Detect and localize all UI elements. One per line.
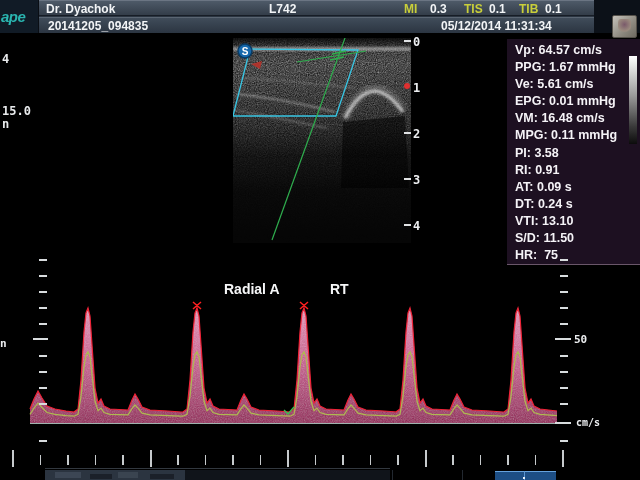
measure-ri: RI: 0.91 [515, 162, 640, 179]
time-tick-minor [232, 455, 234, 465]
measurement-panel: Vp: 64.57 cm/s PPG: 1.67 mmHg Ve: 5.61 c… [507, 39, 640, 265]
bottom-divider [45, 468, 390, 469]
header-bar: Dr. Dyachok L742 MI 0.3 TIS 0.1 TIB 0.1 … [38, 0, 594, 33]
toolbar-item [150, 474, 174, 479]
vel-tick-right [560, 275, 568, 277]
depth-label-0: 0 [413, 35, 420, 49]
probe-name: L742 [269, 2, 296, 16]
thumbnail-glyph-icon [618, 19, 631, 33]
bottom-separator [462, 470, 463, 480]
toolbar-item [118, 472, 138, 478]
time-tick-minor [40, 455, 42, 465]
measure-ppg: PPG: 1.67 mmHg [515, 59, 640, 76]
blue-panel-indicator [523, 477, 525, 479]
time-tick-minor [370, 455, 372, 465]
grayscale-bar [629, 56, 637, 144]
depth-tick-2 [404, 132, 411, 134]
vel-tick-left [39, 371, 47, 373]
toolbar-item [55, 472, 81, 478]
header-row-1: Dr. Dyachok L742 MI 0.3 TIS 0.1 TIB 0.1 [39, 0, 594, 16]
bottom-strip [185, 470, 390, 480]
focus-marker [404, 83, 410, 89]
measure-ve: Ve: 5.61 cm/s [515, 76, 640, 93]
time-tick-minor [535, 455, 537, 465]
velocity-scale-label: 50 [574, 333, 587, 346]
time-tick-minor [315, 455, 317, 465]
envelope-trace [30, 308, 557, 412]
velocity-unit-label: cm/s [576, 417, 600, 428]
tib-label: TIB [519, 2, 538, 16]
measure-vm: VM: 16.48 cm/s [515, 110, 640, 127]
time-tick-minor [507, 455, 509, 465]
exam-id: 20141205_094835 [48, 19, 148, 33]
depth-label-3: 3 [413, 173, 420, 187]
depth-label-4: 4 [413, 219, 420, 233]
measure-vp: Vp: 64.57 cm/s [515, 42, 640, 59]
time-tick-minor [342, 455, 344, 465]
depth-label-2: 2 [413, 127, 420, 141]
vel-tick-left [39, 307, 47, 309]
depth-tick-0 [404, 40, 411, 42]
vel-tick-right [560, 259, 568, 261]
vel-tick-left-major [33, 338, 48, 340]
measure-epg: EPG: 0.01 mmHg [515, 93, 640, 110]
spectral-waveform [0, 250, 640, 450]
header-row-2: 20141205_094835 05/12/2014 11:31:34 [39, 17, 594, 33]
vel-tick-left [39, 440, 47, 442]
tib-value: 0.1 [545, 2, 562, 16]
time-tick-minor [95, 455, 97, 465]
spectrum-fill [30, 308, 557, 423]
date-time: 05/12/2014 11:31:34 [441, 19, 552, 33]
depth-label-1: 1 [413, 81, 420, 95]
left-param-2: 15.0 [2, 104, 31, 118]
doctor-name: Dr. Dyachok [46, 2, 115, 16]
bmode-image: S [233, 38, 411, 243]
mi-label: MI [404, 2, 417, 16]
vel-tick-right [560, 387, 568, 389]
vel-tick-left [39, 403, 47, 405]
mean-velocity-trace [30, 352, 557, 417]
vel-tick-left [39, 275, 47, 277]
time-tick-minor [205, 455, 207, 465]
toolbar-item [90, 474, 112, 479]
measure-pi: PI: 3.58 [515, 145, 640, 162]
vel-tick-left [39, 259, 47, 261]
time-tick-minor [480, 455, 482, 465]
orientation-badge-letter: S [242, 46, 249, 57]
vel-tick-left [39, 323, 47, 325]
peak-caliper-icon [193, 302, 308, 309]
measure-mpg: MPG: 0.11 mmHg [515, 127, 640, 144]
left-edge-label: n [0, 337, 7, 350]
time-tick-major [150, 450, 152, 467]
vel-tick-right [560, 403, 568, 405]
time-tick-minor [177, 455, 179, 465]
vel-tick-right [560, 371, 568, 373]
time-tick-major [12, 450, 14, 467]
vel-tick-right [560, 323, 568, 325]
vel-tick-right [560, 307, 568, 309]
measure-vti: VTI: 13.10 [515, 213, 640, 230]
brand-logo-area: ape [0, 0, 38, 33]
tis-label: TIS [464, 2, 483, 16]
vel-tick-right [560, 291, 568, 293]
time-tick-minor [397, 455, 399, 465]
vel-tick-left [39, 387, 47, 389]
left-param-1: 4 [2, 52, 9, 66]
bottom-separator [392, 470, 393, 480]
bottom-blue-panel[interactable] [495, 471, 556, 480]
left-param-3: n [2, 117, 9, 131]
tis-value: 0.1 [489, 2, 506, 16]
bottom-toolbar[interactable] [45, 470, 185, 480]
depth-tick-3 [404, 178, 411, 180]
time-tick-minor [67, 455, 69, 465]
vel-tick-right-baseline [555, 422, 571, 424]
vel-tick-right [560, 355, 568, 357]
mi-value: 0.3 [430, 2, 447, 16]
vel-tick-right-major [555, 338, 571, 340]
vel-tick-right [560, 440, 568, 442]
measure-dt: DT: 0.24 s [515, 196, 640, 213]
depth-tick-4 [404, 224, 411, 226]
vel-tick-left [39, 355, 47, 357]
time-tick-minor [122, 455, 124, 465]
measure-at: AT: 0.09 s [515, 179, 640, 196]
